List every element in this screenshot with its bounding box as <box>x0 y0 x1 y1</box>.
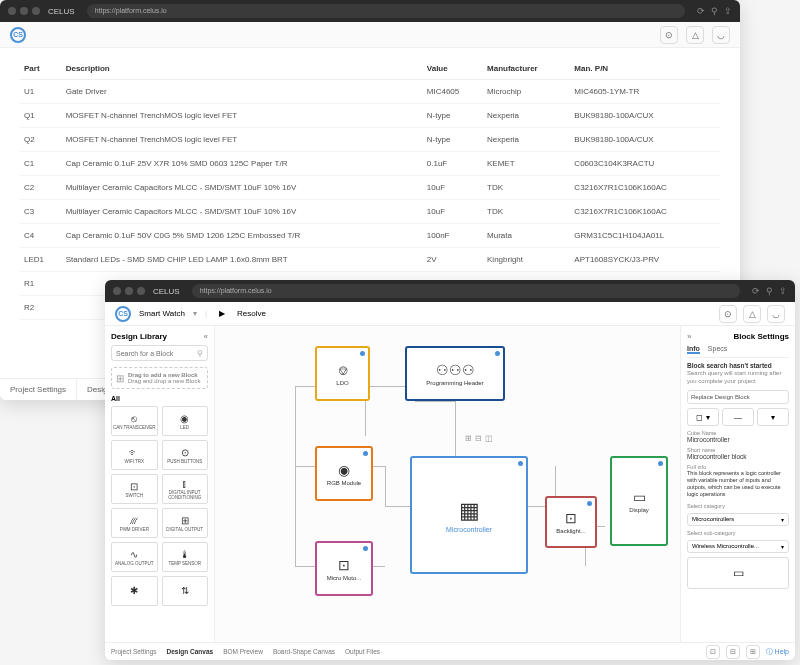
browser-brand-2: CELUS <box>153 287 180 296</box>
tool-icon[interactable]: ⊟ <box>475 434 482 443</box>
block-settings-panel: » Block Settings Info Specs Block search… <box>680 326 795 642</box>
category-select[interactable]: Microcontrollers▾ <box>687 513 789 526</box>
lib-item-label: TEMP SENSOR <box>168 561 201 566</box>
user-button-2[interactable]: ◡ <box>767 305 785 323</box>
play-button[interactable]: ▶ <box>215 307 229 321</box>
shape-option[interactable]: ▾ <box>757 408 789 426</box>
cell-pn: GRM31C5C1H104JA01L <box>570 224 720 248</box>
library-item[interactable]: ∿ANALOG OUTPUT <box>111 542 158 572</box>
block-backlight[interactable]: ⊡Backlight... <box>545 496 597 548</box>
replace-block-button[interactable]: Replace Design Block <box>687 390 789 404</box>
lib-item-label: ANALOG OUTPUT <box>115 561 154 566</box>
lib-item-icon: ⊡ <box>130 481 138 492</box>
zoom-out-button[interactable]: ⊟ <box>726 645 740 659</box>
col-part[interactable]: Part <box>20 58 62 80</box>
url-bar-2[interactable]: https://platform.celus.io <box>192 284 740 298</box>
help-button[interactable]: ⓘ Help <box>766 647 789 657</box>
bell-button[interactable]: △ <box>686 26 704 44</box>
user-button[interactable]: ◡ <box>712 26 730 44</box>
lib-item-label: LED <box>180 425 189 430</box>
block-micro-moto[interactable]: ⊡Micro Moto... <box>315 541 373 596</box>
cell-desc: Multilayer Ceramic Capacitors MLCC - SMD… <box>62 176 423 200</box>
library-item[interactable]: ⫿DIGITAL INPUT CONDITIONING <box>162 474 209 504</box>
block-rgb[interactable]: ◉RGB Module <box>315 446 373 501</box>
col-pn[interactable]: Man. P/N <box>570 58 720 80</box>
resolve-label[interactable]: Resolve <box>237 309 266 318</box>
library-item[interactable]: ⫻PWM DRIVER <box>111 508 158 538</box>
block-microcontroller[interactable]: ▦Microcontroller <box>410 456 528 574</box>
cell-pn: MIC4605-1YM-TR <box>570 80 720 104</box>
tool-icon[interactable]: ◫ <box>485 434 493 443</box>
table-row[interactable]: C2Multilayer Ceramic Capacitors MLCC - S… <box>20 176 720 200</box>
browser-chrome: CELUS https://platform.celus.io ⟳⚲⇪ <box>0 0 740 22</box>
table-row[interactable]: LED1Standard LEDs - SMD SMD CHIP LED LAM… <box>20 248 720 272</box>
col-value[interactable]: Value <box>423 58 483 80</box>
block-prog-header[interactable]: ⚇⚇⚇Programming Header <box>405 346 505 401</box>
library-grid: ⎋CAN TRANSCEIVER◉LEDᯤWIFI TRX⊙PUSH BUTTO… <box>111 406 208 606</box>
refresh-icon[interactable]: ⟳ <box>752 286 760 296</box>
search-icon[interactable]: ⚲ <box>711 6 718 16</box>
library-item[interactable]: ᯤWIFI TRX <box>111 440 158 470</box>
library-item[interactable]: ◉LED <box>162 406 209 436</box>
block-display[interactable]: ▭Display <box>610 456 668 546</box>
history-button-2[interactable]: ⊙ <box>719 305 737 323</box>
zoom-in-button[interactable]: ⊞ <box>746 645 760 659</box>
library-item[interactable]: ✱ <box>111 576 158 606</box>
library-search[interactable]: ⚲ <box>111 345 208 361</box>
table-row[interactable]: Q2MOSFET N-channel TrenchMOS logic level… <box>20 128 720 152</box>
search-icon[interactable]: ⚲ <box>197 349 203 358</box>
table-row[interactable]: C4Cap Ceramic 0.1uF 50V C0G 5% SMD 1206 … <box>20 224 720 248</box>
table-row[interactable]: C3Multilayer Ceramic Capacitors MLCC - S… <box>20 200 720 224</box>
wire <box>455 401 456 461</box>
share-icon[interactable]: ⇪ <box>724 6 732 16</box>
library-item[interactable]: ⊡SWITCH <box>111 474 158 504</box>
logo-icon[interactable]: CS <box>10 27 26 43</box>
library-item[interactable]: ⊞DIGITAL OUTPUT <box>162 508 209 538</box>
logo-icon-2[interactable]: CS <box>115 306 131 322</box>
collapse-right-icon[interactable]: » <box>687 332 691 341</box>
library-item[interactable]: ⊙PUSH BUTTONS <box>162 440 209 470</box>
tab-info[interactable]: Info <box>687 345 700 354</box>
chevron-down-icon[interactable]: ▾ <box>193 309 197 318</box>
search-icon[interactable]: ⚲ <box>766 286 773 296</box>
drag-hint[interactable]: ⊞ Drag to add a new Block Drag and drop … <box>111 367 208 389</box>
subcategory-select[interactable]: Wireless Microcontrolle...▾ <box>687 540 789 553</box>
tab-output-files[interactable]: Output Files <box>345 648 380 655</box>
tab-project-settings[interactable]: Project Settings <box>0 379 77 400</box>
bell-button-2[interactable]: △ <box>743 305 761 323</box>
table-row[interactable]: U1Gate DriverMIC4605MicrochipMIC4605-1YM… <box>20 80 720 104</box>
library-item[interactable]: ⇅ <box>162 576 209 606</box>
window-controls[interactable] <box>8 7 40 15</box>
history-button[interactable]: ⊙ <box>660 26 678 44</box>
tab-board-shape[interactable]: Board-Shape Canvas <box>273 648 335 655</box>
tab-bom-preview[interactable]: BOM Preview <box>223 648 263 655</box>
bottom-tabs-win2: Project Settings Design Canvas BOM Previ… <box>105 642 795 660</box>
library-item[interactable]: 🌡TEMP SENSOR <box>162 542 209 572</box>
url-bar[interactable]: https://platform.celus.io <box>87 4 685 18</box>
search-input[interactable] <box>116 350 197 357</box>
window-controls-2[interactable] <box>113 287 145 295</box>
cell-desc: MOSFET N-channel TrenchMOS logic level F… <box>62 128 423 152</box>
refresh-icon[interactable]: ⟳ <box>697 6 705 16</box>
table-row[interactable]: Q1MOSFET N-channel TrenchMOS logic level… <box>20 104 720 128</box>
design-canvas[interactable]: ⎊LDO ⚇⚇⚇Programming Header ◉RGB Module ⊡… <box>215 326 680 642</box>
tab-project-settings[interactable]: Project Settings <box>111 648 157 655</box>
col-mfr[interactable]: Manufacturer <box>483 58 570 80</box>
cell-mfr: Nexperia <box>483 128 570 152</box>
collapse-left-icon[interactable]: « <box>204 332 208 341</box>
zoom-fit-button[interactable]: ⊡ <box>706 645 720 659</box>
library-item[interactable]: ⎋CAN TRANSCEIVER <box>111 406 158 436</box>
tab-design-canvas[interactable]: Design Canvas <box>167 648 214 655</box>
cell-mfr: Microchip <box>483 80 570 104</box>
tool-icon[interactable]: ⊞ <box>465 434 472 443</box>
block-ldo[interactable]: ⎊LDO <box>315 346 370 401</box>
cell-value: 10uF <box>423 200 483 224</box>
table-row[interactable]: C1Cap Ceramic 0.1uF 25V X7R 10% SMD 0603… <box>20 152 720 176</box>
share-icon[interactable]: ⇪ <box>779 286 787 296</box>
shape-option[interactable]: ◻ ▾ <box>687 408 719 426</box>
shape-option[interactable]: — <box>722 408 754 426</box>
lib-item-label: WIFI TRX <box>124 459 144 464</box>
cell-value: 10uF <box>423 176 483 200</box>
col-desc[interactable]: Description <box>62 58 423 80</box>
tab-specs[interactable]: Specs <box>708 345 727 354</box>
